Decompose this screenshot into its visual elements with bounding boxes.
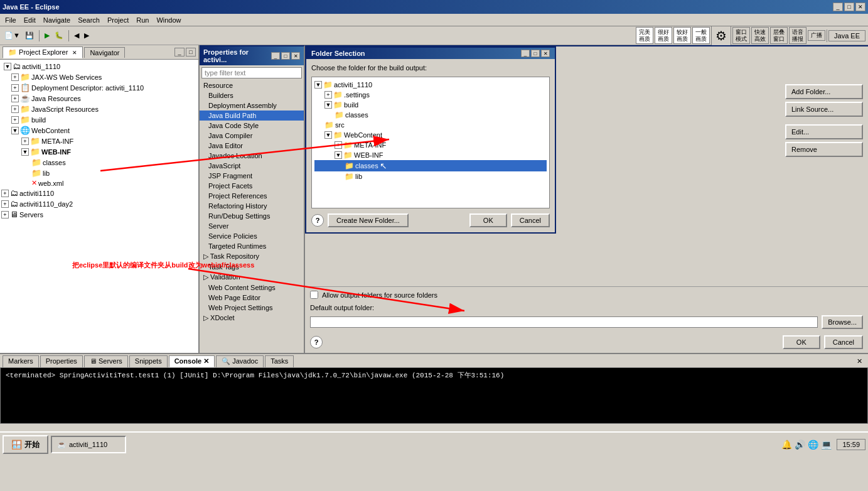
expand-root-icon[interactable]: ▼ bbox=[314, 81, 322, 89]
minimize-panel-btn[interactable]: _ bbox=[174, 48, 185, 57]
props-item-server[interactable]: Server bbox=[200, 221, 304, 231]
expand-webcontent-icon[interactable]: ▼ bbox=[11, 127, 19, 134]
expand-activiti-icon[interactable]: ▼ bbox=[4, 63, 11, 70]
folder-tree-lib[interactable]: 📁 lib bbox=[314, 171, 547, 181]
props-close-btn[interactable]: ✕ bbox=[291, 52, 300, 60]
close-tab-icon[interactable]: ✕ bbox=[72, 50, 77, 56]
new-button[interactable]: 📄▼ bbox=[3, 30, 22, 41]
quality-btn-1[interactable]: 完美画质 bbox=[636, 27, 653, 45]
remove-btn[interactable]: Remove bbox=[785, 142, 863, 157]
props-item-code-style[interactable]: Java Code Style bbox=[200, 121, 304, 131]
tree-item-activiti[interactable]: ▼ 🗂 activiti_1110 bbox=[1, 61, 197, 72]
expand-java-resources-icon[interactable]: + bbox=[11, 95, 19, 102]
expand-metainf-icon[interactable]: + bbox=[335, 141, 342, 149]
folder-tree-build[interactable]: ▼ 📁 build bbox=[314, 100, 547, 110]
menu-search[interactable]: Search bbox=[74, 15, 104, 25]
create-new-folder-btn[interactable]: Create New Folder... bbox=[328, 213, 409, 227]
tab-properties[interactable]: Properties bbox=[40, 355, 83, 367]
expand-a1110-icon[interactable]: + bbox=[1, 190, 9, 197]
props-item-builders[interactable]: Builders bbox=[200, 90, 304, 100]
props-item-validation[interactable]: ▷ Validation bbox=[200, 272, 304, 283]
tree-item-java-resources[interactable]: + ☕ Java Resources bbox=[1, 93, 197, 104]
props-max-btn[interactable]: □ bbox=[281, 52, 290, 60]
tab-navigator[interactable]: Navigator bbox=[84, 47, 125, 58]
props-item-resource[interactable]: Resource bbox=[200, 80, 304, 90]
expand-webinf-icon[interactable]: ▼ bbox=[21, 148, 29, 156]
folder-tree-web-inf[interactable]: ▼ 📁 WEB-INF bbox=[314, 150, 547, 160]
main-ok-btn[interactable]: OK bbox=[783, 335, 820, 349]
expand-jaxws-icon[interactable]: + bbox=[11, 73, 19, 81]
expand-deploy-icon[interactable]: + bbox=[11, 84, 19, 92]
props-item-web-content[interactable]: Web Content Settings bbox=[200, 283, 304, 293]
forward-button[interactable]: ▶ bbox=[82, 30, 91, 41]
tab-tasks[interactable]: Tasks bbox=[265, 355, 294, 367]
tab-snippets[interactable]: Snippets bbox=[129, 355, 168, 367]
allow-output-checkbox[interactable] bbox=[310, 291, 318, 299]
browse-btn[interactable]: Browse... bbox=[822, 315, 863, 329]
tray-icon-3[interactable]: 🌐 bbox=[808, 440, 818, 450]
tree-item-webxml[interactable]: ✕ web.xml bbox=[1, 178, 197, 188]
props-item-project-refs[interactable]: Project References bbox=[200, 191, 304, 201]
filter-input[interactable] bbox=[201, 67, 302, 78]
menu-navigate[interactable]: Navigate bbox=[40, 15, 74, 25]
start-button[interactable]: 🪟 开始 bbox=[3, 435, 48, 454]
tab-servers-bottom[interactable]: 🖥 Servers bbox=[84, 355, 128, 367]
back-button[interactable]: ◀ bbox=[72, 30, 81, 41]
maximize-button[interactable]: □ bbox=[844, 3, 854, 11]
props-item-java-compiler[interactable]: Java Compiler bbox=[200, 131, 304, 141]
props-item-jsp[interactable]: JSP Fragment bbox=[200, 171, 304, 181]
broadcast-btn[interactable]: 广播 bbox=[808, 30, 825, 41]
folder-tree-build-classes[interactable]: 📁 classes bbox=[314, 110, 547, 120]
fast-btn[interactable]: 快速高效 bbox=[751, 27, 769, 45]
main-cancel-btn[interactable]: Cancel bbox=[824, 335, 863, 349]
folder-tree-settings[interactable]: + 📁 .settings bbox=[314, 90, 547, 100]
folder-dialog-close[interactable]: ✕ bbox=[541, 50, 550, 57]
tree-item-activiti1110[interactable]: + 🗂 activiti1110 bbox=[1, 188, 197, 198]
debug-button[interactable]: 🐛 bbox=[53, 30, 65, 41]
tab-markers[interactable]: Markers bbox=[3, 355, 39, 367]
props-item-web-project[interactable]: Web Project Settings bbox=[200, 303, 304, 313]
props-item-java-build-path[interactable]: Java Build Path bbox=[200, 111, 304, 121]
quality-btn-3[interactable]: 较好画质 bbox=[673, 27, 691, 45]
maximize-panel-btn[interactable]: □ bbox=[186, 48, 196, 57]
expand-meta-icon[interactable]: + bbox=[21, 138, 29, 145]
save-button[interactable]: 💾 bbox=[23, 30, 36, 41]
props-item-run-debug[interactable]: Run/Debug Settings bbox=[200, 211, 304, 221]
props-item-task-repo[interactable]: ▷ Task Repository bbox=[200, 251, 304, 262]
folder-tree-webcontent[interactable]: ▼ 📁 WebContent bbox=[314, 130, 547, 140]
run-button[interactable]: ▶ bbox=[43, 30, 51, 41]
expand-servers-icon[interactable]: + bbox=[1, 211, 9, 219]
props-item-targeted-runtimes[interactable]: Targeted Runtimes bbox=[200, 241, 304, 251]
menu-edit[interactable]: Edit bbox=[20, 15, 40, 25]
edit-btn[interactable]: Edit... bbox=[785, 124, 863, 139]
tree-item-js-resources[interactable]: + 📁 JavaScript Resources bbox=[1, 104, 197, 114]
tree-item-deployment[interactable]: + 📋 Deployment Descriptor: activiti_1110 bbox=[1, 82, 197, 93]
add-folder-btn[interactable]: Add Folder... bbox=[785, 84, 863, 99]
props-item-service-policies[interactable]: Service Policies bbox=[200, 231, 304, 241]
props-item-javascript[interactable]: JavaScript bbox=[200, 161, 304, 171]
folder-tree-activiti[interactable]: ▼ 📁 activiti_1110 bbox=[314, 80, 547, 90]
tree-item-webcontent[interactable]: ▼ 🌐 WebContent bbox=[1, 125, 197, 136]
tray-icon-4[interactable]: 💻 bbox=[821, 440, 832, 450]
help-icon[interactable]: ? bbox=[311, 214, 324, 227]
expand-js-icon[interactable]: + bbox=[11, 105, 19, 113]
props-item-task-tags[interactable]: Task Tags bbox=[200, 262, 304, 272]
expand-build-icon[interactable]: + bbox=[11, 116, 19, 124]
props-item-web-page[interactable]: Web Page Editor bbox=[200, 293, 304, 303]
tray-icon-2[interactable]: 🔊 bbox=[795, 440, 805, 450]
quality-btn-4[interactable]: 一般画质 bbox=[692, 27, 710, 45]
folder-cancel-btn[interactable]: Cancel bbox=[511, 213, 550, 227]
props-min-btn[interactable]: _ bbox=[271, 52, 280, 60]
bottom-help-icon[interactable]: ? bbox=[310, 336, 323, 348]
props-item-java-editor[interactable]: Java Editor bbox=[200, 141, 304, 151]
voice-btn[interactable]: 语音播报 bbox=[789, 27, 806, 45]
menu-window[interactable]: Window bbox=[153, 15, 185, 25]
props-item-javadoc[interactable]: Javadoc Location bbox=[200, 151, 304, 161]
link-source-btn[interactable]: Link Source... bbox=[785, 102, 863, 117]
tree-item-web-inf[interactable]: ▼ 📁 WEB-INF bbox=[1, 146, 197, 157]
tree-item-jaxws[interactable]: + 📁 JAX-WS Web Services bbox=[1, 72, 197, 82]
props-item-deploy[interactable]: Deployment Assembly bbox=[200, 100, 304, 111]
props-item-refactoring[interactable]: Refactoring History bbox=[200, 201, 304, 211]
props-item-xdoclet[interactable]: ▷ XDoclet bbox=[200, 313, 304, 323]
folder-tree-src[interactable]: 📁 src bbox=[314, 120, 547, 130]
